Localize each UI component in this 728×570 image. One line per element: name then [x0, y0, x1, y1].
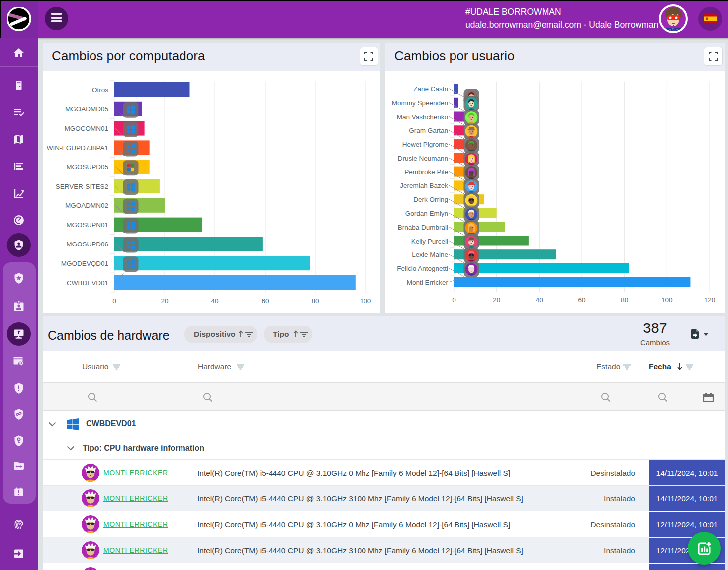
- svg-text:80: 80: [311, 297, 319, 305]
- svg-text:MGOCOMN01: MGOCOMN01: [64, 125, 108, 132]
- svg-text:20: 20: [161, 297, 168, 305]
- svg-text:40: 40: [211, 297, 218, 305]
- svg-text:MGODEVQD01: MGODEVQD01: [61, 260, 108, 267]
- svg-text:100: 100: [661, 296, 673, 304]
- svg-text:Derk Orring: Derk Orring: [413, 196, 448, 203]
- svg-text:Mommy Speenden: Mommy Speenden: [392, 99, 448, 107]
- svg-text:Kelly Purcell: Kelly Purcell: [411, 238, 448, 245]
- svg-text:Gordan Emlyn: Gordan Emlyn: [405, 210, 448, 217]
- svg-text:Gram Gartan: Gram Gartan: [409, 127, 448, 134]
- svg-text:80: 80: [621, 296, 628, 304]
- svg-text:Lexie Maine: Lexie Maine: [412, 251, 448, 258]
- svg-text:SERVER-SITES2: SERVER-SITES2: [56, 183, 108, 190]
- svg-text:MGOADMN02: MGOADMN02: [65, 202, 108, 209]
- svg-text:40: 40: [536, 296, 543, 304]
- svg-text:Pembroke Pile: Pembroke Pile: [404, 168, 448, 176]
- svg-text:Otros: Otros: [92, 86, 108, 94]
- svg-text:60: 60: [261, 297, 269, 305]
- svg-text:Hewet Pigrome: Hewet Pigrome: [402, 141, 448, 148]
- svg-text:MGOSUPD05: MGOSUPD05: [66, 163, 108, 171]
- svg-text:MGOADMD05: MGOADMD05: [65, 105, 108, 113]
- svg-text:0: 0: [112, 297, 116, 305]
- svg-text:0: 0: [452, 296, 456, 304]
- svg-text:MGOSUPN01: MGOSUPN01: [66, 221, 108, 229]
- svg-text:Zane Castri: Zane Castri: [413, 85, 448, 93]
- svg-text:Man Vashchenko: Man Vashchenko: [397, 113, 448, 121]
- svg-text:100: 100: [360, 297, 371, 305]
- svg-text:Felicio Antognetti: Felicio Antognetti: [397, 265, 448, 272]
- svg-text:Monti Erricker: Monti Erricker: [407, 279, 449, 286]
- svg-text:WIN-FGUPD7J8PA1: WIN-FGUPD7J8PA1: [47, 144, 108, 152]
- svg-text:MGOSUPD06: MGOSUPD06: [66, 241, 108, 248]
- svg-text:Drusie Neumann: Drusie Neumann: [398, 155, 448, 162]
- svg-text:60: 60: [578, 296, 585, 304]
- svg-text:CWBDEVD01: CWBDEVD01: [67, 279, 108, 287]
- svg-text:120: 120: [704, 296, 716, 304]
- svg-text:20: 20: [493, 296, 500, 304]
- svg-text:Brnaba Dumbrall: Brnaba Dumbrall: [398, 224, 448, 231]
- svg-text:Jeremiah Bazek: Jeremiah Bazek: [400, 182, 448, 189]
